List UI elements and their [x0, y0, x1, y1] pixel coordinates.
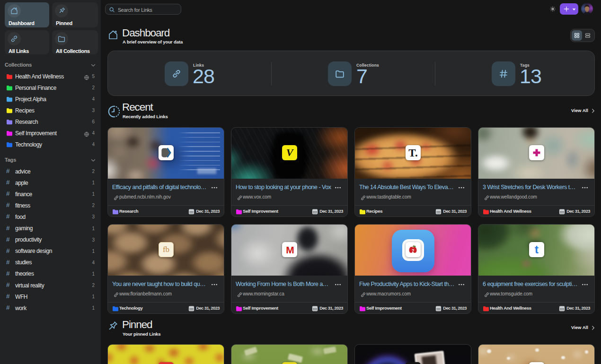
svg-text:?: ? [412, 248, 415, 253]
